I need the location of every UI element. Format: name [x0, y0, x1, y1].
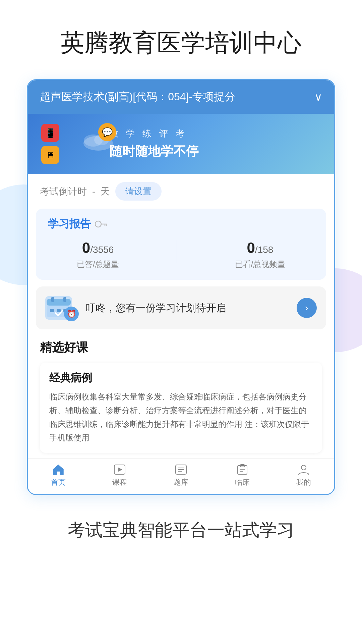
report-title-text: 学习报告 — [48, 217, 91, 231]
videos-stat: 0/158 已看/总视频量 — [235, 239, 286, 270]
monitor-icon: 🖥 — [41, 146, 59, 164]
videos-label: 已看/总视频量 — [235, 259, 286, 270]
svg-rect-10 — [63, 297, 66, 302]
course-description: 临床病例收集各科室大量常多发、综合疑难临床病症，包括各病例病史分析、辅助检查、诊… — [49, 390, 313, 445]
nav-questions-label: 题库 — [174, 477, 188, 487]
tablet-icon: 📱 — [41, 124, 59, 142]
svg-rect-11 — [50, 309, 54, 312]
play-icon — [113, 464, 126, 475]
tagline: 考试宝典智能平台一站式学习 — [0, 495, 362, 569]
nav-mine[interactable]: 我的 — [273, 464, 334, 487]
set-countdown-button[interactable]: 请设置 — [115, 182, 162, 201]
course-name: 经典病例 — [49, 371, 313, 385]
study-plan-card[interactable]: ⏰ 叮咚，您有一份学习计划待开启 › — [36, 286, 326, 329]
videos-watched-value: 0/158 — [247, 239, 273, 256]
list-icon — [175, 464, 187, 475]
svg-point-24 — [301, 465, 306, 470]
banner-icons: 📱 🖥 — [41, 124, 59, 164]
svg-rect-8 — [47, 299, 71, 306]
courses-title: 精选好课 — [40, 339, 322, 356]
countdown-row: 考试倒计时 - 天 请设置 — [28, 174, 334, 209]
app-card: 超声医学技术(副高)[代码：054]-专项提分 ∨ 📱 🖥 💬 教 学 练 评 … — [27, 79, 335, 495]
videos-total: /158 — [255, 245, 274, 255]
nav-mine-label: 我的 — [296, 477, 311, 487]
plan-arrow-button[interactable]: › — [297, 298, 317, 318]
study-report-title: 学习报告 — [48, 217, 314, 231]
banner-text: 教 学 练 评 考 随时随地学不停 — [110, 128, 321, 160]
card-header-title: 超声医学技术(副高)[代码：054]-专项提分 — [40, 90, 309, 104]
questions-label: 已答/总题量 — [77, 259, 119, 270]
nav-courses[interactable]: 课程 — [89, 464, 150, 487]
nav-questions[interactable]: 题库 — [150, 464, 212, 487]
courses-section: 精选好课 经典病例 临床病例收集各科室大量常多发、综合疑难临床病症，包括各病例病… — [28, 336, 334, 458]
chat-bubble-icon: 💬 — [98, 123, 116, 141]
bottom-nav: 首页 课程 题库 临床 — [28, 458, 334, 494]
questions-stat: 0/3556 已答/总题量 — [77, 239, 119, 270]
svg-rect-9 — [51, 297, 54, 302]
clipboard-icon — [236, 464, 249, 475]
chevron-down-icon: ∨ — [314, 91, 322, 103]
svg-point-3 — [95, 221, 101, 227]
nav-courses-label: 课程 — [112, 477, 127, 487]
svg-marker-15 — [118, 468, 122, 472]
banner-subtitle: 教 学 练 评 考 — [110, 128, 321, 140]
plan-text: 叮咚，您有一份学习计划待开启 — [85, 301, 290, 315]
nav-home[interactable]: 首页 — [28, 464, 89, 487]
card-header[interactable]: 超声医学技术(副高)[代码：054]-专项提分 ∨ — [28, 80, 334, 114]
countdown-dash: - — [92, 186, 95, 197]
key-icon — [95, 219, 107, 229]
questions-answered-value: 0/3556 — [82, 239, 114, 256]
page-title: 英腾教育医学培训中心 — [0, 0, 362, 79]
banner-main-text: 随时随地学不停 — [110, 143, 321, 160]
nav-clinical-label: 临床 — [235, 477, 250, 487]
countdown-unit: 天 — [101, 185, 110, 198]
countdown-label: 考试倒计时 — [40, 185, 87, 198]
stats-row: 0/3556 已答/总题量 0/158 已看/总视频量 — [48, 239, 314, 270]
card-banner: 📱 🖥 💬 教 学 练 评 考 随时随地学不停 — [28, 114, 334, 174]
clock-icon: ⏰ — [64, 307, 79, 321]
nav-clinical[interactable]: 临床 — [212, 464, 273, 487]
study-report-section: 学习报告 0/3556 已答/总题量 0/158 已看/总视频量 — [36, 209, 326, 280]
questions-total: /3556 — [90, 245, 114, 255]
course-item[interactable]: 经典病例 临床病例收集各科室大量常多发、综合疑难临床病症，包括各病例病史分析、辅… — [40, 363, 322, 453]
nav-home-label: 首页 — [51, 477, 66, 487]
plan-icon: ⏰ — [45, 294, 79, 321]
person-icon — [297, 464, 310, 475]
svg-rect-12 — [57, 309, 61, 312]
stats-divider — [177, 239, 177, 263]
home-icon — [52, 464, 65, 475]
